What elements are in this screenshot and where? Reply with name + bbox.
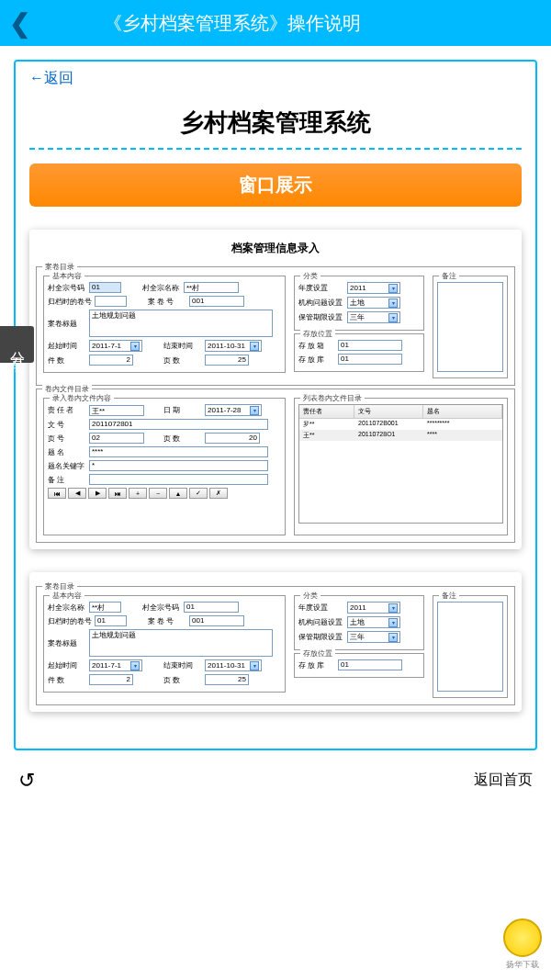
title-input-2[interactable]: 土地规划问题 [89,629,273,657]
responsible-label: 责 任 者 [48,405,86,415]
end-select-2[interactable]: 2011-10-31▾ [205,659,262,671]
end-select[interactable]: 2011-10-31▾ [205,340,262,352]
group-main: 案卷目录 基本内容 村全宗号码 01 村全宗名称 **村 归档时的卷号 [36,266,515,386]
code-input-2[interactable]: 01 [184,602,239,613]
retain-select-2[interactable]: 三年▾ [347,631,400,643]
pagenum-label: 页 号 [48,434,86,444]
org-select[interactable]: 土地▾ [347,297,400,309]
date-select[interactable]: 2011-7-28▾ [205,404,262,416]
volume-label: 案 卷 号 [148,297,186,307]
box-input[interactable]: 01 [338,340,402,351]
year-select-2[interactable]: 2011▾ [347,602,400,614]
screenshot-title: 档案管理信息录入 [33,233,518,264]
group-main-2: 案卷目录 基本内容 村全宗名称 **村 村全宗号码 01 归档时的卷号 01 [36,586,515,705]
group-basic: 基本内容 村全宗号码 01 村全宗名称 **村 归档时的卷号 案 卷 号 001 [43,276,286,373]
title-input[interactable]: 土地规划问题 [89,310,273,337]
pagecount-label: 页 数 [163,434,202,444]
back-icon[interactable]: ❮ [9,8,30,39]
group-list-label: 列表卷内文件目录 [300,393,365,403]
entry-remark-input[interactable] [89,474,268,485]
store-input[interactable]: 01 [338,354,402,365]
count-input-2[interactable]: 2 [89,674,133,685]
retain-select[interactable]: 三年▾ [347,311,400,323]
keyword-label: 题名关键字 [48,461,86,471]
volume-label-2: 案 卷 号 [148,616,186,626]
group-entry: 录入卷内文件内容 责 任 者 王** 日 期 2011-7-28▾ 文 号 20… [43,398,286,535]
group-remark-label: 备注 [439,271,459,281]
bottom-home-button[interactable]: 返回首页 [474,771,533,790]
group-remark-2: 备注 [433,595,508,698]
nav-save-button[interactable]: ✓ [189,488,208,499]
pages-input[interactable]: 25 [205,355,249,366]
nav-edit-button[interactable]: ▲ [169,488,187,499]
col-responsible: 责任者 [299,405,354,418]
volume-input-2[interactable]: 001 [189,615,244,626]
remark-input-2[interactable] [437,602,503,692]
nav-next-button[interactable]: ▶ [88,488,107,499]
name-input-2[interactable]: **村 [89,602,121,613]
org-label-2: 机构问题设置 [298,617,344,627]
group-category: 分类 年度设置 2011▾ 机构问题设置 土地▾ [294,276,424,331]
pages-input-2[interactable]: 25 [205,674,249,685]
year-label: 年度设置 [298,283,344,293]
year-select[interactable]: 2011▾ [347,282,400,294]
table-row[interactable]: 王** 20110728O1 **** [299,430,502,441]
group-list: 列表卷内文件目录 责任者 文号 题名 罗** 2011072B001 *****… [294,398,508,535]
retain-label: 保管期限设置 [298,312,344,322]
share-tab[interactable]: 分享 [0,326,34,363]
pagecount-input[interactable]: 20 [205,433,260,444]
archive-num-input-2[interactable]: 01 [95,615,127,626]
table-row[interactable]: 罗** 2011072B001 ********* [299,419,502,430]
group-storage-label-2: 存放位置 [300,648,335,659]
screenshot-card-1: 档案管理信息录入 案卷目录 基本内容 村全宗号码 01 村全宗名称 **村 [29,230,522,549]
name-input[interactable]: **村 [184,282,239,293]
title-label-2: 案卷标题 [48,638,86,648]
nav-delete-button[interactable]: − [149,488,167,499]
title-label: 案卷标题 [48,319,86,329]
start-select-2[interactable]: 2011-7-1▾ [89,659,142,671]
entry-title-input[interactable]: **** [89,446,268,457]
archive-num-input[interactable] [95,296,127,307]
nav-prev-button[interactable]: ◀ [68,488,86,499]
bottom-back-icon[interactable]: ↺ [18,769,35,793]
col-docnum: 文号 [354,405,423,418]
nav-last-button[interactable]: ⏭ [108,488,127,499]
group-category-label-2: 分类 [300,591,320,601]
store-input-2[interactable]: 01 [338,659,402,670]
group-basic-2: 基本内容 村全宗名称 **村 村全宗号码 01 归档时的卷号 01 案 卷 号 … [43,595,286,693]
group-volume-files: 卷内文件目录 录入卷内文件内容 责 任 者 王** 日 期 2011-7-28▾ [36,389,515,543]
responsible-input[interactable]: 王** [89,405,144,416]
app-header: ❮ 《乡村档案管理系统》操作说明 [0,0,551,46]
store-label: 存 放 库 [298,355,335,365]
group-entry-label: 录入卷内文件内容 [50,393,114,403]
volume-input[interactable]: 001 [189,296,244,307]
entry-remark-label: 备 注 [48,475,86,485]
code-label-2: 村全宗号码 [142,603,181,613]
code-input[interactable]: 01 [89,282,121,293]
start-select[interactable]: 2011-7-1▾ [89,340,142,352]
group-storage-label: 存放位置 [300,329,335,339]
docnum-label: 文 号 [48,420,86,430]
keyword-input[interactable]: * [89,460,268,471]
name-label: 村全宗名称 [142,283,181,293]
nav-cancel-button[interactable]: ✗ [209,488,228,499]
docnum-input[interactable]: 2011072801 [89,419,268,430]
group-basic-label-2: 基本内容 [50,591,84,601]
group-storage-2: 存放位置 存 放 库 01 [294,653,424,678]
group-basic-label: 基本内容 [50,271,84,281]
nav-first-button[interactable]: ⏮ [48,488,66,499]
count-label: 件 数 [48,355,86,366]
nav-add-button[interactable]: + [129,488,147,499]
count-input[interactable]: 2 [89,355,133,366]
screenshot-card-2: 案卷目录 基本内容 村全宗名称 **村 村全宗号码 01 归档时的卷号 01 [29,572,522,712]
back-link[interactable]: ←返回 [29,69,522,88]
table-header: 责任者 文号 题名 [299,405,502,419]
pagenum-input[interactable]: 02 [89,433,144,444]
section-banner: 窗口展示 [29,163,522,207]
box-label: 存 放 箱 [298,341,335,351]
main-content: ←返回 乡村档案管理系统 窗口展示 档案管理信息录入 案卷目录 基本内容 村全宗… [14,60,537,750]
remark-input[interactable] [437,282,503,372]
org-select-2[interactable]: 土地▾ [347,616,400,628]
file-table[interactable]: 责任者 文号 题名 罗** 2011072B001 ********* 王** [298,404,503,524]
name-label-2: 村全宗名称 [48,603,86,613]
